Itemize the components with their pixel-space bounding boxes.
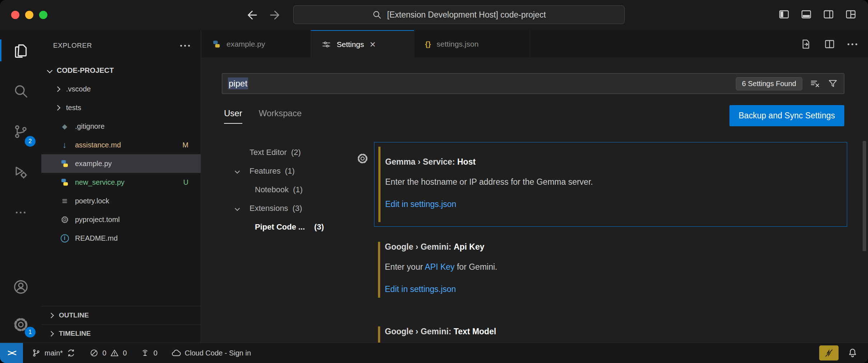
setting-google-gemini-text-model[interactable]: Google › Gemini: Text Model [374,322,847,343]
notifications-bell-icon[interactable] [847,348,858,358]
activity-search[interactable] [0,71,41,111]
open-settings-json-icon[interactable] [800,38,812,50]
tree-item-pyproject-toml[interactable]: pyproject.toml [41,210,201,229]
chevron-right-icon [48,312,54,318]
activity-accounts[interactable] [0,267,41,307]
edit-in-settings-json-link[interactable]: Edit in settings.json [385,198,836,210]
customize-layout-icon[interactable] [844,9,857,20]
branch-status-item[interactable]: main* [32,348,76,358]
toc-text-editor[interactable]: Text Editor (2) [219,143,373,162]
error-icon [89,348,99,358]
outline-section[interactable]: OUTLINE [41,306,201,324]
backup-sync-button[interactable]: Backup and Sync Settings [729,105,845,126]
toggle-primary-sidebar-icon[interactable] [778,9,790,20]
toggle-panel-icon[interactable] [800,9,813,20]
clear-filters-icon[interactable] [809,78,820,89]
account-icon [13,279,29,295]
setting-row-gear-icon[interactable] [356,152,369,165]
git-file-icon [60,122,69,131]
toggle-secondary-sidebar-icon[interactable] [822,9,835,20]
minimize-window-button[interactable] [25,11,33,19]
tab-settings[interactable]: Settings [311,30,414,58]
scope-tab-user[interactable]: User [224,108,242,124]
tree-item-poetry-lock[interactable]: poetry.lock [41,192,201,210]
close-tab-icon[interactable] [370,39,375,50]
json-braces-icon [425,40,431,48]
tree-item-new-service-py[interactable]: new_service.py U [41,173,201,192]
remote-icon [8,348,15,358]
activity-explorer[interactable] [0,30,41,71]
scm-badge: 2 [25,136,36,147]
chevron-down-icon [47,67,53,73]
settings-found-badge: 6 Settings Found [736,77,802,90]
close-window-button[interactable] [11,11,19,19]
forward-icon[interactable] [269,8,283,22]
command-center-search[interactable]: [Extension Development Host] code-projec… [293,5,625,24]
git-branch-icon [32,348,41,358]
modified-indicator [378,147,381,222]
modified-indicator [378,326,380,343]
tree-item-example-py[interactable]: example.py [41,154,201,173]
tree-item-assistance-md[interactable]: assistance.md M [41,136,201,154]
api-key-link[interactable]: API Key [425,262,454,272]
cloud-code-status-item[interactable]: Cloud Code - Sign in [171,348,251,358]
tab-example-py[interactable]: example.py [201,30,311,58]
toc-pipet-code[interactable]: Pipet Code ... (3) [219,218,373,236]
git-branch-icon [13,124,29,140]
editor-more-actions-icon[interactable] [848,43,857,45]
setting-gemma-service-host[interactable]: Gemma › Service: Host Enter the hostname… [374,142,847,227]
tree-item-readme-md[interactable]: README.md [41,229,201,248]
radio-tower-icon [140,348,150,358]
activity-settings[interactable]: 1 [0,307,41,343]
info-file-icon [61,234,69,242]
tab-settings-json[interactable]: settings.json [414,30,530,58]
search-query-text: pipet [228,77,248,89]
split-editor-icon[interactable] [824,38,835,50]
tab-bar: example.py Settings settings.json [201,30,868,58]
back-icon[interactable] [244,8,258,22]
tree-item-tests[interactable]: tests [41,98,201,117]
title-bar: [Extension Development Host] code-projec… [0,0,868,30]
vscode-window: [Extension Development Host] code-projec… [0,0,868,363]
remote-indicator[interactable] [0,343,23,363]
screencast-indicator[interactable] [819,345,839,360]
chevron-down-icon [235,169,240,174]
toc-notebook[interactable]: Notebook (1) [219,180,373,199]
explorer-title: EXPLORER [53,42,92,50]
crossed-bolt-icon [824,348,834,358]
settings-sliders-icon [322,40,331,49]
run-debug-icon [13,164,29,180]
activity-bar: 2 1 [0,30,41,343]
settings-search-input[interactable]: pipet 6 Settings Found [222,73,844,94]
activity-run-debug[interactable] [0,152,41,192]
scope-tab-workspace[interactable]: Workspace [259,108,302,124]
zoom-window-button[interactable] [39,11,47,19]
tree-item-vscode[interactable]: .vscode [41,80,201,98]
ports-status-item[interactable]: 0 [140,348,157,358]
problems-status-item[interactable]: 0 0 [89,348,127,358]
activity-more[interactable] [0,192,41,233]
tree-item-gitignore[interactable]: .gitignore [41,117,201,136]
explorer-more-actions-icon[interactable] [180,45,190,47]
chevron-down-icon [235,206,240,211]
modified-indicator [378,242,380,298]
activity-source-control[interactable]: 2 [0,111,41,152]
setting-google-gemini-api-key[interactable]: Google › Gemini: Api Key Enter your API … [374,237,847,302]
chevron-right-icon [48,331,54,336]
scrollbar[interactable] [863,141,866,251]
traffic-lights [11,11,47,19]
toc-extensions[interactable]: Extensions (3) [219,199,373,218]
cloud-icon [171,348,181,358]
timeline-section[interactable]: TIMELINE [41,324,201,343]
files-icon [13,43,29,58]
toc-features[interactable]: Features (1) [219,162,373,180]
python-file-icon [60,159,69,168]
explorer-root-folder[interactable]: CODE-PROJECT [41,61,201,80]
settings-editor: pipet 6 Settings Found User Workspace Ba… [201,58,868,343]
filter-icon[interactable] [827,78,838,89]
sync-icon [66,348,76,358]
edit-in-settings-json-link[interactable]: Edit in settings.json [385,283,836,295]
settings-list: Gemma › Service: Host Enter the hostname… [374,142,847,343]
search-icon [13,83,29,99]
chevron-right-icon [55,86,61,92]
